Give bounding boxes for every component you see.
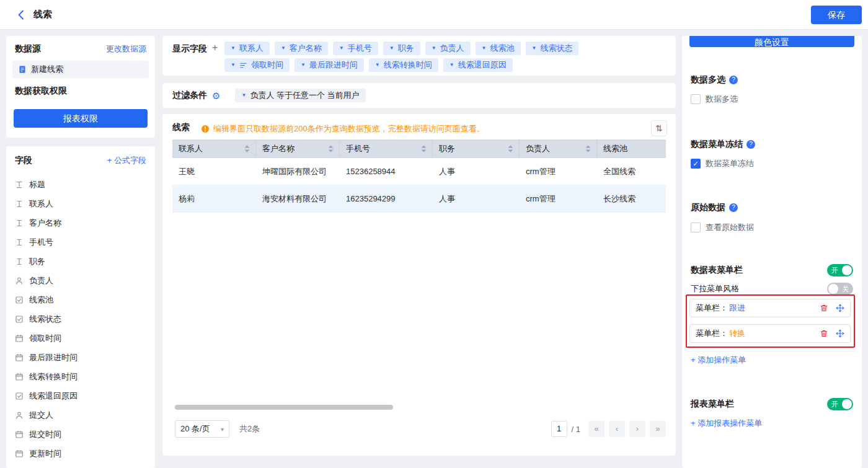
trash-icon[interactable] <box>820 329 828 338</box>
field-item[interactable]: 线索退回原因 <box>6 386 155 405</box>
display-field-chip[interactable]: ▼最后跟进时间 <box>294 58 364 72</box>
display-field-chip[interactable]: ▼线索退回原因 <box>443 58 513 72</box>
trash-icon[interactable] <box>820 304 828 312</box>
move-icon[interactable] <box>836 329 844 338</box>
table-cell: 王晓 <box>172 158 256 185</box>
display-field-chip[interactable]: ▼领取时间 <box>224 58 290 72</box>
checkbox-checked[interactable]: ✓ <box>691 159 701 169</box>
menu-bar-item[interactable]: 菜单栏：转换 <box>689 324 851 343</box>
raw-data-checkbox-row[interactable]: 查看原始数据 <box>691 222 754 233</box>
display-fields-panel: 显示字段 + ▼联系人▼客户名称▼手机号▼职务▼负责人▼线索池▼线索状态 ▼领取… <box>162 36 676 76</box>
menu-items-list: 菜单栏：跟进菜单栏：转换 <box>689 299 851 343</box>
add-report-menu-link[interactable]: + 添加报表操作菜单 <box>691 418 762 429</box>
raw-data-section-title: 原始数据 ? <box>691 202 738 213</box>
help-icon[interactable]: ? <box>746 140 755 149</box>
add-formula-field-link[interactable]: + 公式字段 <box>107 155 146 166</box>
field-label: 提交人 <box>29 410 53 421</box>
field-item[interactable]: 最后跟进时间 <box>6 348 155 367</box>
report-menu-title: 报表菜单栏 <box>691 399 734 410</box>
field-item[interactable]: 负责人 <box>6 271 155 290</box>
field-item[interactable]: 标题 <box>6 175 155 194</box>
table-cell: 海安材料有限公司 <box>256 185 340 212</box>
filter-settings-gear-icon[interactable]: ⚙ <box>212 91 220 100</box>
column-sort-button[interactable]: ⇅ <box>651 120 667 136</box>
display-field-chip[interactable]: ▼职务 <box>383 42 420 55</box>
move-icon[interactable] <box>836 304 844 312</box>
page-indicator: / 1 <box>572 425 580 434</box>
first-page-button[interactable]: « <box>588 421 604 437</box>
freeze-checkbox-row[interactable]: ✓ 数据菜单冻结 <box>691 158 754 169</box>
field-item[interactable]: 线索转换时间 <box>6 367 155 386</box>
table-header-cell[interactable]: 客户名称 <box>256 139 340 158</box>
table-menu-row: 数据表菜单栏 开 <box>691 264 853 276</box>
field-item[interactable]: 线索池 <box>6 290 155 309</box>
sort-arrows-icon[interactable] <box>420 144 427 153</box>
datasource-item-new-lead[interactable]: 新建线索 <box>12 61 149 78</box>
chip-label: 线索转换时间 <box>384 60 432 71</box>
filter-condition-chip[interactable]: ▼负责人 等于任意一个 当前用户 <box>235 89 365 102</box>
raw-data-title-text: 原始数据 <box>691 202 725 213</box>
add-display-field-button[interactable]: + <box>212 42 218 53</box>
field-label: 客户名称 <box>29 218 61 229</box>
sort-arrows-icon[interactable] <box>244 144 250 153</box>
display-field-chip[interactable]: ▼手机号 <box>333 42 378 55</box>
chip-label: 线索池 <box>490 43 515 54</box>
next-page-button[interactable]: › <box>629 421 645 437</box>
table-row[interactable]: 王晓坤曜国际有限公司15236258944人事crm管理全国线索 <box>172 158 666 185</box>
select-field-icon <box>15 315 24 324</box>
caret-down-icon: ▼ <box>450 63 454 68</box>
multi-select-checkbox-label: 数据多选 <box>706 94 738 105</box>
display-field-chip[interactable]: ▼联系人 <box>224 42 270 55</box>
sort-arrows-icon[interactable] <box>507 144 514 153</box>
display-field-chip[interactable]: ▼线索状态 <box>526 42 579 55</box>
back-icon[interactable] <box>16 9 26 20</box>
display-field-chip[interactable]: ▼线索转换时间 <box>369 58 438 72</box>
field-item[interactable]: 手机号 <box>6 232 155 252</box>
table-row[interactable]: 杨莉海安材料有限公司16235294299人事crm管理长沙线索 <box>172 185 666 213</box>
menu-bar-item[interactable]: 菜单栏：跟进 <box>689 299 851 317</box>
sort-arrows-icon[interactable] <box>327 144 334 153</box>
checkbox-unchecked[interactable] <box>691 94 701 104</box>
table-menu-toggle[interactable]: 开 <box>827 264 853 276</box>
last-page-button[interactable]: » <box>650 421 666 437</box>
add-action-menu-link[interactable]: + 添加操作菜单 <box>691 355 746 366</box>
field-label: 最后跟进时间 <box>29 352 78 363</box>
table-warning-text: 编辑界面只取数据源前200条作为查询数据预览，完整数据请访问页面查看。 <box>213 123 485 135</box>
display-field-chip[interactable]: ▼客户名称 <box>275 42 328 55</box>
column-label: 客户名称 <box>262 143 294 154</box>
field-item[interactable]: 领取时间 <box>6 329 155 348</box>
toggle-off-label: 关 <box>842 283 849 295</box>
color-settings-button[interactable]: 颜色设置 <box>689 36 854 47</box>
report-menu-toggle[interactable]: 开 <box>827 398 853 410</box>
current-page[interactable]: 1 <box>551 421 567 437</box>
field-item[interactable]: 客户名称 <box>6 213 155 232</box>
table-header-cell[interactable]: 负责人 <box>520 139 597 158</box>
sort-arrows-icon[interactable] <box>585 144 591 153</box>
display-field-chip[interactable]: ▼负责人 <box>425 42 471 55</box>
field-item[interactable]: 提交人 <box>6 405 155 425</box>
checkbox-unchecked[interactable] <box>691 223 701 232</box>
horizontal-scrollbar[interactable] <box>175 405 393 410</box>
table-header-cell[interactable]: 联系人 <box>172 139 256 158</box>
field-item[interactable]: 提交时间 <box>6 425 155 444</box>
field-item[interactable]: 联系人 <box>6 194 155 213</box>
help-icon[interactable]: ? <box>729 203 738 212</box>
display-field-chip[interactable]: ▼线索池 <box>476 42 521 55</box>
save-button[interactable]: 保存 <box>811 6 862 24</box>
multi-select-checkbox-row[interactable]: 数据多选 <box>691 94 738 105</box>
field-item[interactable]: 更新时间 <box>6 444 155 463</box>
help-icon[interactable]: ? <box>729 76 738 84</box>
caret-down-icon: ▼ <box>231 63 236 68</box>
caret-down-icon: ▼ <box>339 46 344 51</box>
prev-page-button[interactable]: ‹ <box>609 421 625 437</box>
change-datasource-link[interactable]: 更改数据源 <box>106 43 146 55</box>
page-size-select[interactable]: 20 条/页 ▾ <box>175 420 229 438</box>
field-item[interactable]: 职务 <box>6 252 155 271</box>
table-header-cell[interactable]: 职务 <box>433 139 520 158</box>
report-permission-button[interactable]: 报表权限 <box>14 109 148 128</box>
total-count: 共2条 <box>239 420 260 438</box>
table-header-cell[interactable]: 手机号 <box>340 139 433 158</box>
table-header-cell[interactable]: 线索池 <box>597 139 666 158</box>
dropdown-style-toggle[interactable]: 关 <box>827 283 853 295</box>
field-item[interactable]: 线索状态 <box>6 309 155 329</box>
